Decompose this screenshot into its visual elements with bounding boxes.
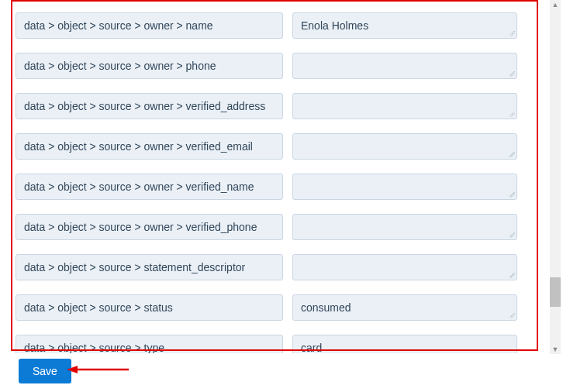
form-scroll-area[interactable]: data > object > source > owner > nameEno… [0, 0, 551, 353]
field-value-input[interactable] [292, 214, 517, 240]
field-value-input[interactable] [292, 174, 517, 200]
field-row: data > object > source > statement_descr… [16, 254, 535, 280]
annotation-arrow-icon [67, 364, 129, 375]
field-path-input[interactable]: data > object > source > owner > verifie… [16, 93, 283, 119]
field-row: data > object > source > owner > nameEno… [16, 12, 535, 39]
field-row: data > object > source > typecard [16, 335, 535, 353]
field-rows-container: data > object > source > owner > nameEno… [0, 0, 551, 353]
field-value-input[interactable] [292, 53, 517, 79]
field-row: data > object > source > owner > phone [16, 53, 535, 79]
field-row: data > object > source > owner > verifie… [16, 93, 535, 119]
scrollbar-thumb[interactable] [550, 277, 561, 307]
field-path-input[interactable]: data > object > source > type [16, 335, 283, 353]
field-value-input[interactable]: card [292, 335, 517, 353]
field-row: data > object > source > owner > verifie… [16, 133, 535, 160]
field-path-input[interactable]: data > object > source > status [16, 294, 283, 321]
field-value-input[interactable]: Enola Holmes [292, 12, 517, 39]
field-row: data > object > source > statusconsumed [16, 294, 535, 321]
field-row: data > object > source > owner > verifie… [16, 174, 535, 200]
field-row: data > object > source > owner > verifie… [16, 214, 535, 240]
field-path-input[interactable]: data > object > source > owner > verifie… [16, 174, 283, 200]
field-value-input[interactable] [292, 93, 517, 119]
field-path-input[interactable]: data > object > source > statement_descr… [16, 254, 283, 280]
scrollbar-arrow-up-icon[interactable]: ▲ [550, 0, 561, 9]
field-path-input[interactable]: data > object > source > owner > name [16, 12, 283, 39]
field-value-input[interactable] [292, 254, 517, 280]
field-value-input[interactable] [292, 133, 517, 160]
field-value-input[interactable]: consumed [292, 294, 517, 321]
field-path-input[interactable]: data > object > source > owner > verifie… [16, 133, 283, 160]
field-path-input[interactable]: data > object > source > owner > phone [16, 53, 283, 79]
scrollbar-arrow-down-icon[interactable]: ▼ [550, 345, 561, 354]
field-path-input[interactable]: data > object > source > owner > verifie… [16, 214, 283, 240]
save-button[interactable]: Save [19, 359, 71, 383]
